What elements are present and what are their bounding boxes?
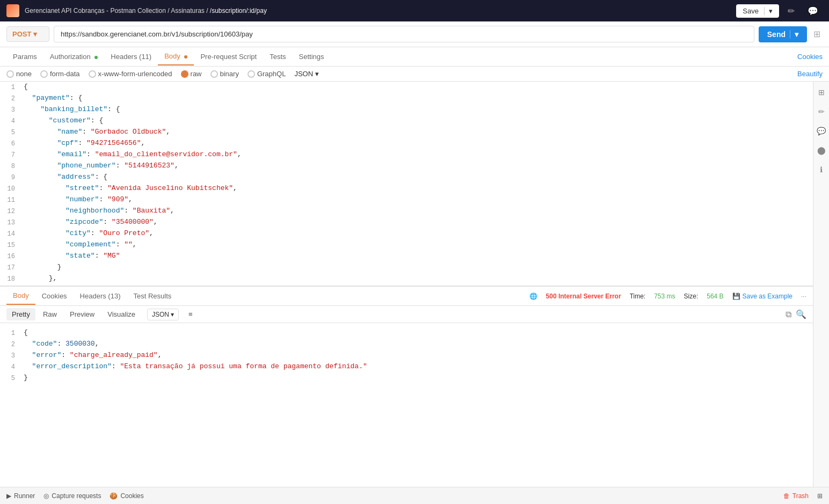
tab-pre-request[interactable]: Pre-request Script: [194, 48, 263, 65]
more-options-icon[interactable]: ···: [801, 293, 806, 300]
line-content: "number": "909",: [21, 194, 813, 206]
view-preview[interactable]: Preview: [64, 308, 100, 320]
line-content: },: [21, 273, 813, 284]
line-content: "cpf": "94271564656",: [21, 138, 813, 149]
code-line: 5 "name": "Gorbadoc Oldbuck",: [0, 127, 813, 138]
resp-tab-test-results[interactable]: Test Results: [127, 288, 178, 304]
edit-button[interactable]: ✏: [783, 4, 799, 18]
method-select[interactable]: POST ▾: [6, 26, 49, 42]
send-chevron-icon: ▾: [790, 30, 798, 39]
line-content: "payment": {: [21, 93, 813, 104]
radio-binary-circle: [210, 70, 218, 78]
line-number: 5: [0, 372, 21, 384]
view-visualize[interactable]: Visualize: [102, 308, 141, 320]
radio-graphql[interactable]: GraphQL: [248, 70, 286, 78]
line-number: 17: [0, 262, 21, 273]
save-example-button[interactable]: 💾 Save as Example: [732, 293, 792, 300]
line-number: 1: [0, 327, 21, 339]
line-content: "city": "Ouro Preto",: [21, 228, 813, 239]
resp-tab-body[interactable]: Body: [6, 287, 35, 305]
radio-none[interactable]: none: [6, 70, 32, 78]
line-number: 15: [0, 239, 21, 251]
tab-body[interactable]: Body: [158, 48, 194, 65]
line-number: 16: [0, 251, 21, 262]
request-tabs: Params Authorization Headers (11) Body P…: [0, 47, 829, 67]
radio-urlencoded[interactable]: x-www-form-urlencoded: [89, 70, 172, 78]
search-response-button[interactable]: 🔍: [796, 309, 806, 319]
radio-raw[interactable]: raw: [181, 70, 202, 78]
bottom-bar: ▶ Runner ◎ Capture requests 🍪 Cookies 🗑 …: [0, 487, 829, 504]
beautify-button[interactable]: Beautify: [797, 70, 823, 78]
response-format-selector[interactable]: JSON ▾: [147, 309, 179, 320]
code-line: 2 "payment": {: [0, 93, 813, 104]
tab-params[interactable]: Params: [6, 48, 43, 65]
json-chevron-icon: ▾: [315, 70, 319, 78]
json-format-selector[interactable]: JSON ▾: [294, 70, 319, 78]
code-line: 15 "complement": "",: [0, 239, 813, 251]
resp-tab-headers[interactable]: Headers (13): [74, 288, 127, 304]
trash-icon: 🗑: [783, 492, 790, 500]
code-line: 8 "phone_number": "5144916523",: [0, 160, 813, 172]
line-number: 12: [0, 206, 21, 217]
copy-response-button[interactable]: ⧉: [786, 309, 791, 319]
response-code-area[interactable]: 1{2 "code": 3500030,3 "error": "charge_a…: [0, 323, 813, 487]
line-number: 7: [0, 149, 21, 160]
runner-button[interactable]: ▶ Runner: [6, 492, 35, 500]
resp-tab-cookies[interactable]: Cookies: [35, 288, 74, 304]
cookies-bottom-button[interactable]: 🍪 Cookies: [110, 492, 143, 500]
rs-icon-4[interactable]: ⬤: [815, 144, 828, 157]
app-icon: [6, 4, 19, 17]
rs-icon-2[interactable]: ✏: [816, 105, 827, 118]
code-line: 4 "customer": {: [0, 115, 813, 127]
response-icons: ⧉ 🔍: [786, 309, 806, 319]
rs-icon-1[interactable]: ⊞: [816, 86, 827, 99]
save-button[interactable]: Save ▾: [736, 4, 779, 18]
grid-button[interactable]: ⊞: [817, 492, 823, 500]
tab-tests[interactable]: Tests: [263, 48, 292, 65]
top-bar: Gerencianet API Cobranças - Postman Coll…: [0, 0, 829, 21]
right-panel-toggle[interactable]: ⊞: [811, 27, 823, 41]
line-content: "email": "email_do_cliente@servidor.com.…: [21, 149, 813, 160]
filter-button[interactable]: ≡: [183, 308, 198, 320]
line-content: "phone_number": "5144916523",: [21, 160, 813, 172]
save-icon: 💾: [732, 293, 740, 300]
code-line: 11 "number": "909",: [0, 194, 813, 206]
code-line: 7 "email": "email_do_cliente@servidor.co…: [0, 149, 813, 160]
url-input[interactable]: [54, 26, 754, 42]
rs-icon-5[interactable]: ℹ: [818, 163, 825, 176]
view-pretty[interactable]: Pretty: [6, 308, 35, 320]
response-section: Body Cookies Headers (13) Test Results 🌐…: [0, 286, 813, 487]
radio-form-data[interactable]: form-data: [40, 70, 80, 78]
line-number: 8: [0, 160, 21, 172]
capture-button[interactable]: ◎ Capture requests: [43, 492, 101, 500]
line-number: 1: [0, 82, 21, 93]
code-line: 16 "state": "MG": [0, 251, 813, 262]
radio-binary[interactable]: binary: [210, 70, 239, 78]
response-time: 753 ms: [654, 293, 675, 300]
tab-headers[interactable]: Headers (11): [104, 48, 158, 65]
line-content: "banking_billet": {: [21, 104, 813, 115]
comment-button[interactable]: 💬: [803, 4, 823, 18]
tab-authorization[interactable]: Authorization: [43, 48, 105, 65]
line-number: 3: [0, 104, 21, 115]
line-content: "expire_at": "2023-12-30",: [21, 284, 813, 286]
size-label: Size:: [684, 293, 699, 300]
view-raw[interactable]: Raw: [38, 308, 62, 320]
tab-settings[interactable]: Settings: [293, 48, 331, 65]
code-line: 13 "zipcode": "35400000",: [0, 217, 813, 228]
cookies-button[interactable]: Cookies: [797, 53, 823, 61]
editor-main: 1{2 "payment": {3 "banking_billet": {4 "…: [0, 82, 813, 487]
method-label: POST: [12, 30, 31, 38]
line-content: "zipcode": "35400000",: [21, 217, 813, 228]
line-content: {: [21, 327, 813, 339]
request-editor[interactable]: 1{2 "payment": {3 "banking_billet": {4 "…: [0, 82, 813, 286]
authorization-dot: [94, 56, 98, 59]
code-line: 5}: [0, 372, 813, 384]
trash-button[interactable]: 🗑 Trash: [783, 492, 809, 500]
capture-icon: ◎: [43, 492, 49, 500]
status-icon: 🌐: [529, 293, 537, 300]
rs-icon-3[interactable]: 💬: [815, 125, 828, 137]
status-code: 500 Internal Server Error: [546, 293, 621, 300]
line-number: 3: [0, 350, 21, 361]
send-button[interactable]: Send ▾: [759, 26, 807, 42]
